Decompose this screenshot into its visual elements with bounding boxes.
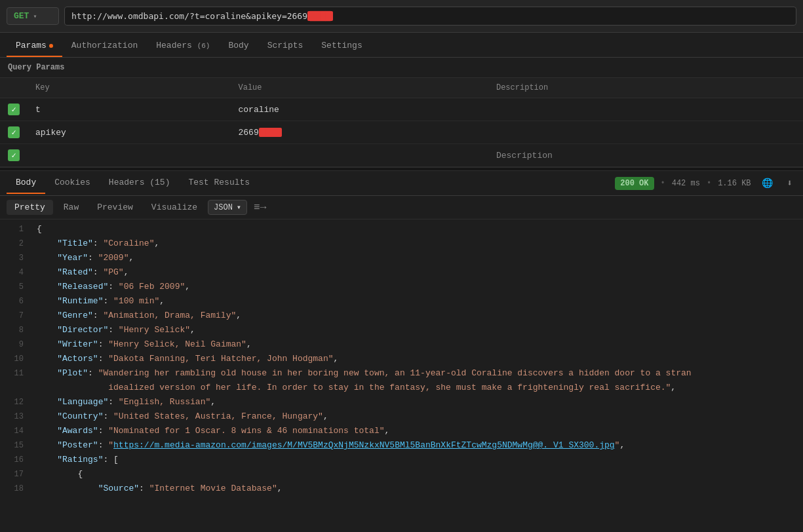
row1-checkbox[interactable]	[8, 104, 20, 115]
json-line-4: 4 "Rated": "PG",	[0, 265, 803, 280]
app-container: GET ▾ http://www.omdbapi.com/?t=coraline…	[0, 0, 803, 532]
tab-cookies[interactable]: Cookies	[45, 172, 100, 194]
format-tabs-bar: Pretty Raw Preview Visualize JSON ▾ ≡→	[0, 196, 803, 219]
json-viewer[interactable]: 1 { 2 "Title": "Coraline", 3 "Year": "20…	[0, 219, 803, 532]
tab-pretty[interactable]: Pretty	[7, 200, 53, 215]
url-text: http://www.omdbapi.com/?t=coraline&apike…	[71, 11, 307, 21]
row2-value[interactable]: 2669████	[230, 121, 488, 144]
tab-raw[interactable]: Raw	[56, 200, 87, 215]
json-line-6: 6 "Runtime": "100 min",	[0, 294, 803, 309]
table-row: apikey 2669████	[0, 121, 803, 144]
col-value: Value	[230, 78, 488, 98]
tab-settings[interactable]: Settings	[312, 35, 371, 57]
row3-key[interactable]	[28, 144, 230, 167]
url-bar: GET ▾ http://www.omdbapi.com/?t=coraline…	[0, 0, 803, 33]
tab-body[interactable]: Body	[219, 35, 258, 57]
tab-preview[interactable]: Preview	[89, 200, 141, 215]
table-row: t coraline	[0, 98, 803, 121]
apikey-redacted: ████	[259, 128, 282, 137]
method-label: GET	[14, 11, 29, 21]
row3-checkbox[interactable]	[8, 149, 20, 161]
save-icon[interactable]: ⬇	[783, 176, 796, 190]
globe-icon[interactable]: 🌐	[758, 176, 777, 190]
json-line-18: 18 "Source": "Internet Movie Database",	[0, 482, 803, 496]
table-row: Description	[0, 144, 803, 167]
tab-authorization[interactable]: Authorization	[62, 35, 147, 57]
json-line-14: 14 "Awards": "Nominated for 1 Oscar. 8 w…	[0, 424, 803, 438]
tab-visualize[interactable]: Visualize	[144, 200, 205, 215]
json-line-9: 9 "Writer": "Henry Selick, Neil Gaiman",	[0, 337, 803, 352]
col-checkbox	[0, 78, 28, 98]
wrap-icon[interactable]: ≡→	[250, 200, 270, 215]
row3-value[interactable]	[230, 144, 488, 167]
bottom-tabs-bar: Body Cookies Headers (15) Test Results 2…	[0, 171, 803, 196]
json-line-3: 3 "Year": "2009",	[0, 251, 803, 265]
json-line-11a: 11 "Plot": "Wandering her rambling old h…	[0, 366, 803, 381]
tab-response-body[interactable]: Body	[7, 172, 45, 194]
json-line-11b: idealized version of her life. In order …	[0, 381, 803, 395]
json-line-16: 16 "Ratings": [	[0, 453, 803, 467]
row2-desc[interactable]	[488, 121, 803, 144]
query-params-section: Query Params Key Value Description t cor…	[0, 58, 803, 167]
status-bar: 200 OK • 442 ms • 1.16 KB 🌐 ⬇	[615, 176, 796, 190]
row1-desc[interactable]	[488, 98, 803, 121]
json-line-7: 7 "Genre": "Animation, Drama, Family",	[0, 309, 803, 323]
tab-params[interactable]: Params	[7, 35, 62, 57]
params-table: Key Value Description t coraline	[0, 78, 803, 167]
format-select[interactable]: JSON ▾	[208, 200, 247, 215]
tab-response-headers[interactable]: Headers (15)	[100, 172, 180, 194]
method-select[interactable]: GET ▾	[7, 7, 59, 25]
row2-checkbox-cell	[0, 121, 28, 144]
url-redacted: ████	[307, 11, 333, 21]
json-line-12: 12 "Language": "English, Russian",	[0, 395, 803, 409]
json-line-15: 15 "Poster": "https://m.media-amazon.com…	[0, 438, 803, 453]
row3-desc[interactable]: Description	[488, 144, 803, 167]
json-line-5: 5 "Released": "06 Feb 2009",	[0, 280, 803, 294]
json-line-17: 17 {	[0, 467, 803, 482]
params-dot	[49, 44, 53, 48]
json-line-2: 2 "Title": "Coraline",	[0, 237, 803, 251]
url-input[interactable]: http://www.omdbapi.com/?t=coraline&apike…	[64, 7, 796, 26]
json-line-8: 8 "Director": "Henry Selick",	[0, 323, 803, 337]
row1-checkbox-cell	[0, 98, 28, 121]
top-tabs: Params Authorization Headers (6) Body Sc…	[0, 33, 803, 58]
row2-key[interactable]: apikey	[28, 121, 230, 144]
response-time: 442 ms	[672, 179, 700, 188]
tab-test-results[interactable]: Test Results	[179, 172, 259, 194]
method-chevron-icon: ▾	[33, 12, 37, 20]
format-chevron-icon: ▾	[237, 202, 241, 212]
section-label: Query Params	[0, 58, 803, 78]
row2-checkbox[interactable]	[8, 126, 20, 138]
tab-headers[interactable]: Headers (6)	[147, 35, 219, 57]
json-line-13: 13 "Country": "United States, Austria, F…	[0, 409, 803, 424]
bottom-section: Body Cookies Headers (15) Test Results 2…	[0, 171, 803, 532]
status-badge: 200 OK	[615, 177, 654, 190]
json-line-10: 10 "Actors": "Dakota Fanning, Teri Hatch…	[0, 352, 803, 366]
row1-key[interactable]: t	[28, 98, 230, 121]
tab-scripts[interactable]: Scripts	[258, 35, 313, 57]
col-description: Description	[488, 78, 803, 98]
row1-value[interactable]: coraline	[230, 98, 488, 121]
response-size: 1.16 KB	[718, 179, 751, 188]
row3-checkbox-cell	[0, 144, 28, 167]
col-key: Key	[28, 78, 230, 98]
json-line-1: 1 {	[0, 222, 803, 237]
